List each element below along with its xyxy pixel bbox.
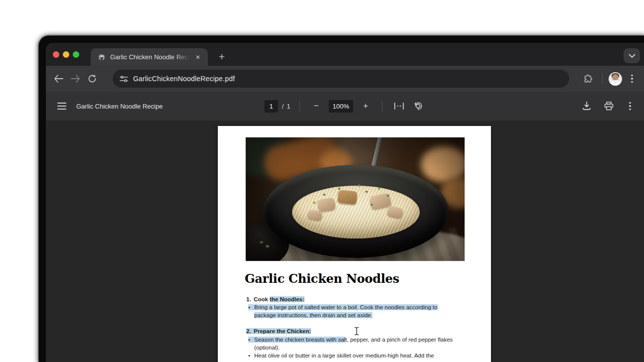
reload-button[interactable]: [84, 70, 101, 87]
pdf-document-title: Garlic Chicken Noodle Recipe: [76, 92, 162, 121]
minimize-window-button[interactable]: [63, 51, 69, 58]
step-2-bullet-line-2: (optional).: [254, 344, 280, 352]
globe-favicon-icon: [98, 53, 106, 61]
step-2-bullet-2-text: Heat olive oil or butter in a large skil…: [254, 353, 434, 359]
chevron-down-icon: [629, 54, 636, 58]
browser-window-frame: Garlic Chicken Noodle Reci ✕ +: [39, 36, 644, 362]
pdf-toolbar-center: / 1 − 100% +: [265, 92, 426, 121]
pdf-toolbar: Garlic Chicken Noodle Recipe / 1 − 100% …: [46, 92, 644, 121]
pdf-toolbar-divider: [299, 101, 300, 112]
pdf-toolbar-divider-2: [382, 101, 382, 112]
window-controls: [53, 51, 79, 58]
step-2-heading-selected: Prepare the Chicken:: [254, 328, 311, 334]
tab-title: Garlic Chicken Noodle Reci: [110, 53, 190, 61]
browser-menu-dots-icon[interactable]: [625, 72, 639, 86]
address-bar[interactable]: GarlicChickenNoodleRecipe.pdf: [113, 70, 569, 88]
back-button[interactable]: [50, 70, 67, 87]
download-icon[interactable]: [579, 99, 594, 114]
recipe-title: Garlic Chicken Noodles: [245, 271, 399, 286]
step-1-bullet-text-1: Bring a large pot of salted water to a b…: [254, 304, 438, 310]
tab-search-chevron-button[interactable]: [624, 48, 640, 63]
step-1-bullet-line-2: package instructions, then drain and set…: [254, 311, 372, 319]
step-2-bullet-line-1: •Season the chicken breasts with salt, p…: [248, 336, 453, 344]
screenshot-canvas: Garlic Chicken Noodle Reci ✕ +: [0, 0, 644, 362]
text-cursor-ibeam: [354, 327, 359, 336]
step-1-heading: 1.Cook the Noodles:: [246, 295, 305, 303]
tab-close-icon[interactable]: ✕: [193, 52, 203, 62]
site-settings-tune-icon[interactable]: [120, 75, 128, 83]
zoom-out-button[interactable]: −: [309, 99, 323, 114]
maximize-window-button[interactable]: [73, 51, 79, 58]
print-icon[interactable]: [601, 99, 616, 114]
close-window-button[interactable]: [53, 51, 59, 58]
step-2-bullet-text-normal: t, pepper, and a pinch of red pepper fla…: [345, 337, 453, 343]
page-number-input[interactable]: [265, 100, 278, 113]
step-1-bullet-text-2: package instructions, then drain and set…: [254, 312, 372, 318]
new-tab-button[interactable]: +: [214, 49, 229, 64]
bullet-glyph: •: [248, 304, 250, 310]
step-2-bullet-text-selected: Season the chicken breasts with sal: [254, 337, 345, 343]
bullet-glyph: •: [248, 337, 250, 343]
pdf-toolbar-right: [579, 92, 637, 121]
page-total: 1: [287, 103, 290, 110]
photo-vignette: [246, 137, 465, 261]
fit-to-width-icon[interactable]: [391, 99, 406, 114]
extensions-puzzle-icon[interactable]: [579, 70, 596, 87]
avatar-shoulders: [610, 80, 621, 86]
recipe-photo: [245, 137, 465, 261]
browser-window: Garlic Chicken Noodle Reci ✕ +: [46, 43, 644, 362]
toolbar-divider: [602, 73, 603, 84]
url-text: GarlicChickenNoodleRecipe.pdf: [133, 75, 235, 83]
rotate-icon[interactable]: [410, 99, 425, 114]
pdf-page[interactable]: Garlic Chicken Noodles 1.Cook the Noodle…: [218, 126, 491, 362]
active-tab[interactable]: Garlic Chicken Noodle Reci ✕: [91, 48, 208, 66]
pdf-menu-hamburger-icon[interactable]: [55, 99, 69, 113]
step-2-marker: 2.: [246, 327, 254, 335]
tab-strip: Garlic Chicken Noodle Reci ✕ +: [46, 43, 644, 66]
browser-toolbar: GarlicChickenNoodleRecipe.pdf: [46, 66, 644, 92]
step-1-bullet-line-1: •Bring a large pot of salted water to a …: [248, 303, 438, 311]
profile-avatar[interactable]: [609, 72, 622, 86]
step-2-bullet-2-line-1: •Heat olive oil or butter in a large ski…: [248, 352, 434, 360]
step-1-marker: 1.: [246, 295, 254, 303]
page-divider: /: [282, 103, 284, 110]
bullet-glyph: •: [248, 353, 250, 359]
zoom-level-value: 100%: [328, 100, 353, 113]
step-1-heading-selected: the Noodles:: [270, 296, 305, 302]
pdf-viewer-area[interactable]: Garlic Chicken Noodles 1.Cook the Noodle…: [46, 121, 644, 362]
pdf-more-vertical-icon[interactable]: [623, 99, 637, 113]
forward-button[interactable]: [67, 70, 84, 87]
avatar-face: [612, 74, 619, 81]
toolbar-right-group: [579, 66, 644, 92]
step-2-heading: 2.Prepare the Chicken:: [246, 327, 311, 335]
zoom-in-button[interactable]: +: [358, 99, 373, 114]
step-2-bullet-text-2: (optional).: [254, 345, 280, 351]
step-1-heading-normal: Cook: [254, 296, 270, 302]
